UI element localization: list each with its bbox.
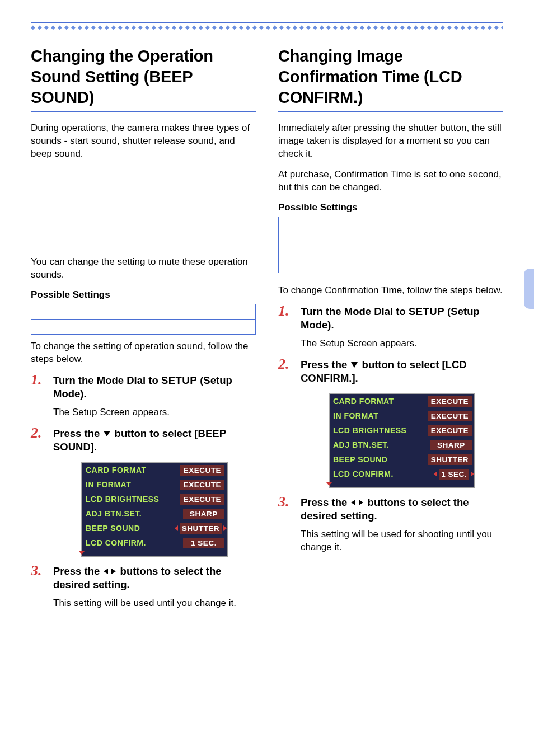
step-text: Press the <box>301 359 350 370</box>
possible-settings-label: Possible Settings <box>278 202 503 213</box>
lcd-row-label: CARD FORMAT <box>86 466 180 475</box>
step-1-left: Turn the Mode Dial to SETUP (Setup Mode)… <box>31 374 256 419</box>
steps-list-right: Turn the Mode Dial to SETUP (Setup Mode)… <box>278 305 503 554</box>
svg-marker-0 <box>104 431 110 436</box>
lcd-row: ADJ BTN.SET.SHARP <box>330 438 474 452</box>
lcd-row-value: EXECUTE <box>428 425 472 436</box>
lcd-row: BEEP SOUNDSHUTTER <box>82 521 227 536</box>
lcd-row-label: LCD BRIGHTNESS <box>86 495 180 504</box>
follow-steps-text: To change Confirmation Time, follow the … <box>278 284 503 297</box>
right-arrow-icon <box>471 471 474 477</box>
possible-settings-box-right <box>278 217 503 273</box>
follow-steps-text: To change the setting of operation sound… <box>31 340 256 366</box>
lcd-row-value: 1 SEC. <box>183 538 224 548</box>
step-main: Press the buttons to select the desired … <box>53 565 256 591</box>
lcd-row-value: SHUTTER <box>428 454 472 465</box>
step-text: Turn the Mode Dial to <box>53 374 161 386</box>
lcd-row-label: ADJ BTN.SET. <box>86 509 183 518</box>
steps-list-left: Turn the Mode Dial to SETUP (Setup Mode)… <box>31 374 256 610</box>
lcd-row: LCD CONFIRM.1 SEC. <box>330 467 474 481</box>
lcd-row-value: EXECUTE <box>180 465 224 476</box>
step-2-right: Press the button to select [LCD CONFIRM.… <box>278 358 503 488</box>
lcd-menu-right: CARD FORMATEXECUTEIN FORMATEXECUTELCD BR… <box>329 393 475 488</box>
step-3-right: Press the buttons to select the desired … <box>278 496 503 554</box>
lcd-selected-value: SHUTTER <box>175 523 227 534</box>
left-arrow-icon <box>434 471 437 477</box>
svg-marker-2 <box>111 569 116 574</box>
svg-marker-4 <box>351 500 355 505</box>
step-sub: The Setup Screen appears. <box>53 406 256 419</box>
step-text: Turn the Mode Dial to <box>301 306 409 317</box>
lcd-row-value: EXECUTE <box>180 494 224 505</box>
lcd-row: CARD FORMATEXECUTE <box>82 463 227 477</box>
lcd-row: BEEP SOUNDSHUTTER <box>330 452 474 467</box>
lcd-row-value: SHARP <box>430 440 472 450</box>
step-main: Press the button to select [BEEP SOUND]. <box>53 427 256 454</box>
left-right-arrow-icon <box>350 496 364 508</box>
lcd-row-label: BEEP SOUND <box>333 455 428 464</box>
step-2-left: Press the button to select [BEEP SOUND].… <box>31 427 256 557</box>
down-arrow-icon <box>102 430 111 438</box>
setup-word: SETUP <box>161 374 197 386</box>
lcd-row-label: IN FORMAT <box>333 411 428 420</box>
lcd-row-value: SHARP <box>183 509 224 519</box>
lcd-row-value: 1 SEC. <box>439 469 469 480</box>
section-title-lcdconfirm: Changing Image Confirmation Time (LCD CO… <box>278 46 503 108</box>
step-text: Press the <box>301 496 350 508</box>
left-arrow-icon <box>175 525 178 531</box>
possible-settings-box-left <box>31 304 256 335</box>
lcd-row-value: EXECUTE <box>428 396 472 407</box>
lcd-row-label: IN FORMAT <box>86 480 180 489</box>
svg-marker-3 <box>351 362 358 368</box>
mute-note: You can change the setting to mute these… <box>31 256 256 281</box>
lcd-menu-left: CARD FORMATEXECUTEIN FORMATEXECUTELCD BR… <box>81 462 228 557</box>
lcd-row-label: LCD BRIGHTNESS <box>333 426 428 435</box>
step-sub: The Setup Screen appears. <box>301 337 503 350</box>
step-text: Press the <box>53 428 102 439</box>
possible-settings-label: Possible Settings <box>31 289 256 300</box>
lcd-row-label: LCD CONFIRM. <box>333 469 434 478</box>
step-sub: This setting will be used until you chan… <box>53 597 256 610</box>
step-main: Press the buttons to select the desired … <box>301 496 503 523</box>
step-text: Press the <box>53 565 102 577</box>
lcd-selected-value: 1 SEC. <box>434 469 474 480</box>
intro-text-1: Immediately after pressing the shutter b… <box>278 122 503 161</box>
step-sub: This setting will be used for shooting u… <box>301 528 503 554</box>
lcd-row: LCD BRIGHTNESSEXECUTE <box>82 492 227 506</box>
lcd-row: IN FORMATEXECUTE <box>330 408 474 423</box>
lcd-row: ADJ BTN.SET.SHARP <box>82 506 227 521</box>
step-1-right: Turn the Mode Dial to SETUP (Setup Mode)… <box>278 305 503 350</box>
svg-marker-5 <box>359 500 363 505</box>
step-3-left: Press the buttons to select the desired … <box>31 565 256 610</box>
left-column: Changing the Operation Sound Setting (BE… <box>31 46 256 618</box>
lcd-row-label: CARD FORMAT <box>333 397 428 406</box>
intro-text: During operations, the camera makes thre… <box>31 122 256 161</box>
right-arrow-icon <box>223 525 227 531</box>
lcd-row: LCD BRIGHTNESSEXECUTE <box>330 423 474 438</box>
lcd-row-value: EXECUTE <box>428 411 472 421</box>
lcd-row-value: SHUTTER <box>180 523 222 534</box>
step-main: Turn the Mode Dial to SETUP (Setup Mode)… <box>53 374 256 401</box>
right-column: Changing Image Confirmation Time (LCD CO… <box>278 46 503 618</box>
down-arrow-icon <box>350 361 359 369</box>
title-rule <box>31 111 256 112</box>
intro-text-2: At purchase, Confirmation Time is set to… <box>278 168 503 194</box>
section-title-beep: Changing the Operation Sound Setting (BE… <box>31 46 256 108</box>
page-thumb-tab <box>524 269 534 309</box>
step-main: Press the button to select [LCD CONFIRM.… <box>301 358 503 385</box>
lcd-row: IN FORMATEXECUTE <box>82 477 227 492</box>
diamond-pattern: ◆◆◆◆◆◆◆◆◆◆◆◆◆◆◆◆◆◆◆◆◆◆◆◆◆◆◆◆◆◆◆◆◆◆◆◆◆◆◆◆… <box>31 24 503 30</box>
lcd-row-label: BEEP SOUND <box>86 524 175 533</box>
svg-marker-1 <box>104 569 108 574</box>
lcd-row-value: EXECUTE <box>180 480 224 490</box>
lcd-row-label: ADJ BTN.SET. <box>333 440 430 449</box>
step-main: Turn the Mode Dial to SETUP (Setup Mode)… <box>301 305 503 332</box>
title-rule <box>278 111 503 112</box>
lcd-row: LCD CONFIRM.1 SEC. <box>82 536 227 550</box>
decorative-divider-top: ◆◆◆◆◆◆◆◆◆◆◆◆◆◆◆◆◆◆◆◆◆◆◆◆◆◆◆◆◆◆◆◆◆◆◆◆◆◆◆◆… <box>31 22 503 31</box>
setup-word: SETUP <box>409 306 444 317</box>
lcd-row: CARD FORMATEXECUTE <box>330 394 474 408</box>
left-right-arrow-icon <box>102 565 117 577</box>
lcd-row-label: LCD CONFIRM. <box>86 538 183 547</box>
